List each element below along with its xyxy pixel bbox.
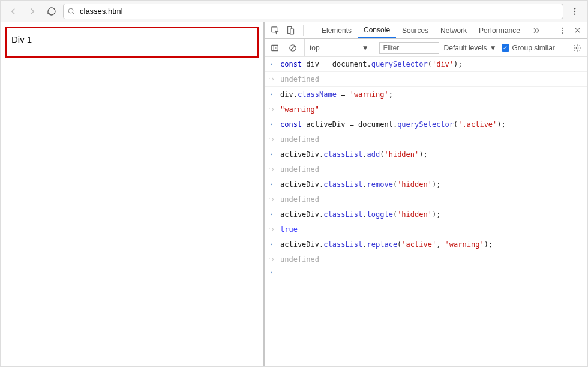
address-bar[interactable] xyxy=(63,4,563,19)
console-settings-icon[interactable] xyxy=(571,41,584,55)
tab-sources[interactable]: Sources xyxy=(396,22,434,38)
svg-rect-13 xyxy=(272,45,278,50)
svg-point-3 xyxy=(574,10,575,11)
page-div-1: Div 1 xyxy=(5,27,259,58)
group-label: Group similar xyxy=(512,44,555,52)
rendered-page: Div 1 xyxy=(1,22,265,366)
console-sidebar-toggle-icon[interactable] xyxy=(268,41,281,55)
console-input-line: ›const activeDiv = document.querySelecto… xyxy=(265,117,587,132)
console-input-line: ›activeDiv.classList.toggle('hidden'); xyxy=(265,207,587,222)
svg-rect-7 xyxy=(290,29,293,34)
svg-point-17 xyxy=(576,47,578,49)
console-code: activeDiv.classList.add('hidden'); xyxy=(280,149,428,160)
console-result: undefined xyxy=(280,254,319,265)
console-result: undefined xyxy=(280,164,319,175)
url-input[interactable] xyxy=(79,6,559,16)
console-output-line: ‹·undefined xyxy=(265,252,587,267)
context-label: top xyxy=(310,44,320,52)
console-code: const activeDiv = document.querySelector… xyxy=(280,119,506,130)
console-input-line: ›activeDiv.classList.add('hidden'); xyxy=(265,147,587,162)
tab-console[interactable]: Console xyxy=(358,22,396,38)
console-input-line: ›activeDiv.classList.replace('active', '… xyxy=(265,237,587,252)
dropdown-icon: ▼ xyxy=(362,44,369,52)
console-output-line: ‹·undefined xyxy=(265,192,587,207)
forward-button[interactable] xyxy=(25,4,40,19)
devtools-tabbar: ElementsConsoleSourcesNetworkPerformance xyxy=(265,22,587,39)
console-output-line: ‹·undefined xyxy=(265,72,587,87)
svg-line-1 xyxy=(73,13,74,14)
console-input-line: ›const div = document.querySelector('div… xyxy=(265,57,587,72)
svg-point-0 xyxy=(68,8,73,13)
reload-button[interactable] xyxy=(44,4,59,19)
log-levels-selector[interactable]: Default levels ▼ xyxy=(444,44,497,52)
console-prompt[interactable]: › xyxy=(265,267,587,278)
more-tabs-icon[interactable] xyxy=(529,26,544,35)
console-input-line: ›activeDiv.classList.remove('hidden'); xyxy=(265,177,587,192)
console-result: undefined xyxy=(280,194,319,205)
menu-button[interactable] xyxy=(567,4,583,19)
console-output-line: ‹·undefined xyxy=(265,162,587,177)
devtools-panel: ElementsConsoleSourcesNetworkPerformance xyxy=(265,22,587,366)
close-devtools-icon[interactable] xyxy=(571,24,584,37)
console-output-line: ‹·"warning" xyxy=(265,102,587,117)
search-icon xyxy=(67,7,75,15)
console-code: const div = document.querySelector('div'… xyxy=(280,59,463,70)
filter-input[interactable] xyxy=(379,42,439,54)
context-selector[interactable]: top ▼ xyxy=(304,39,374,56)
group-similar-toggle[interactable]: ✓ Group similar xyxy=(502,44,555,52)
tab-elements[interactable]: Elements xyxy=(316,22,358,38)
console-input-line: ›div.className = 'warning'; xyxy=(265,87,587,102)
console-code: activeDiv.classList.replace('active', 'w… xyxy=(280,239,493,250)
devtools-tabs: ElementsConsoleSourcesNetworkPerformance xyxy=(316,22,526,38)
console-output-line: ‹·undefined xyxy=(265,132,587,147)
svg-line-16 xyxy=(291,46,295,50)
svg-point-2 xyxy=(574,8,575,9)
svg-point-4 xyxy=(574,13,575,14)
console-code: activeDiv.classList.toggle('hidden'); xyxy=(280,209,440,220)
browser-window: Div 1 ElementsConsoleSourcesNetworkPerfo… xyxy=(0,0,588,367)
main-area: Div 1 ElementsConsoleSourcesNetworkPerfo… xyxy=(1,22,587,366)
console-output-line: ‹·true xyxy=(265,222,587,237)
console-output[interactable]: ›const div = document.querySelector('div… xyxy=(265,57,587,366)
tab-network[interactable]: Network xyxy=(434,22,473,38)
console-result: undefined xyxy=(280,134,319,145)
inspect-element-icon[interactable] xyxy=(268,24,281,37)
browser-toolbar xyxy=(1,1,587,22)
dropdown-icon: ▼ xyxy=(490,44,497,52)
checkbox-checked-icon: ✓ xyxy=(502,44,509,52)
devtools-menu-icon[interactable] xyxy=(556,24,569,37)
console-code: activeDiv.classList.remove('hidden'); xyxy=(280,179,440,190)
svg-point-9 xyxy=(562,29,563,31)
console-result: "warning" xyxy=(280,104,319,115)
levels-label: Default levels xyxy=(444,44,487,52)
device-toolbar-icon[interactable] xyxy=(284,24,297,37)
clear-console-icon[interactable] xyxy=(286,41,299,55)
console-code: div.className = 'warning'; xyxy=(280,89,393,100)
console-result: undefined xyxy=(280,74,319,85)
console-result: true xyxy=(280,224,298,235)
back-button[interactable] xyxy=(5,4,21,19)
console-toolbar: top ▼ Default levels ▼ ✓ Group similar xyxy=(265,39,587,57)
svg-point-8 xyxy=(562,27,563,28)
tab-performance[interactable]: Performance xyxy=(473,22,526,38)
svg-point-10 xyxy=(562,32,563,34)
separator xyxy=(303,25,304,36)
